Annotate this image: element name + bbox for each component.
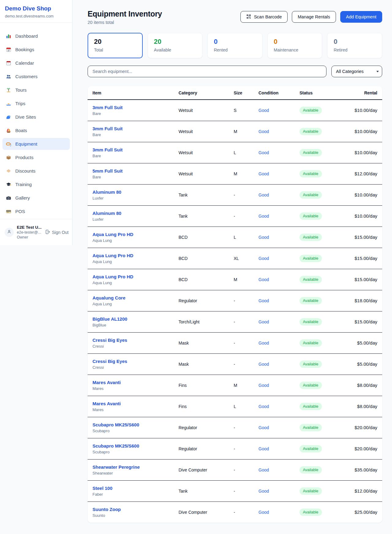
item-name-link[interactable]: Cressi Big Eyes	[92, 359, 179, 364]
condition-link[interactable]: Good	[258, 319, 269, 324]
sidebar-item-dashboard[interactable]: Dashboard	[2, 30, 70, 42]
item-name-link[interactable]: 5mm Full Suit	[92, 168, 179, 174]
item-name-link[interactable]: Shearwater Peregrine	[92, 464, 179, 470]
item-name-link[interactable]: Scubapro MK25/S600	[92, 443, 179, 448]
condition-link[interactable]: Good	[258, 171, 269, 176]
sidebar-item-discounts[interactable]: Discounts	[2, 165, 70, 177]
manage-rentals-button[interactable]: Manage Rentals	[292, 11, 336, 23]
sidebar-item-bookings[interactable]: 17 Bookings	[2, 44, 70, 55]
status-badge: Available	[300, 339, 322, 347]
sidebar-item-equipment[interactable]: Equipment	[2, 138, 70, 150]
rental-cell: $12.00/day	[345, 163, 382, 184]
stat-card-total[interactable]: 20 Total	[88, 33, 143, 58]
item-name-link[interactable]: BigBlue AL1200	[92, 316, 179, 322]
main-content: Equipment Inventory 20 items total Scan …	[73, 0, 392, 523]
sidebar-item-gallery[interactable]: Gallery	[2, 192, 70, 204]
avatar	[5, 228, 14, 237]
sidebar-item-products[interactable]: Products	[2, 151, 70, 163]
sidebar-item-label: Dashboard	[15, 33, 38, 39]
sidebar-item-label: Equipment	[15, 141, 37, 147]
search-input[interactable]	[88, 66, 326, 77]
user-email: e2e-tester@...	[17, 230, 42, 235]
sidebar-item-label: Dive Sites	[15, 114, 36, 120]
sidebar-item-training[interactable]: Training	[2, 178, 70, 190]
add-equipment-button[interactable]: Add Equipment	[340, 11, 382, 23]
item-name-link[interactable]: Cressi Big Eyes	[92, 338, 179, 343]
stat-card-available[interactable]: 20 Available	[148, 33, 203, 58]
rental-cell: $18.00/day	[345, 290, 382, 311]
item-name-link[interactable]: Mares Avanti	[92, 401, 179, 406]
size-cell: -	[234, 438, 258, 459]
condition-link[interactable]: Good	[258, 277, 269, 282]
status-badge: Available	[300, 149, 322, 156]
condition-link[interactable]: Good	[258, 362, 269, 367]
item-name-link[interactable]: 3mm Full Suit	[92, 147, 179, 152]
condition-link[interactable]: Good	[258, 489, 269, 494]
sidebar-nav: Dashboard 17 Bookings Calendar Customers…	[0, 23, 72, 219]
condition-link[interactable]: Good	[258, 193, 269, 197]
item-name-link[interactable]: Aluminum 80	[92, 211, 179, 216]
status-badge: Available	[300, 424, 322, 431]
condition-link[interactable]: Good	[258, 510, 269, 515]
rental-cell: $5.00/day	[345, 332, 382, 353]
status-badge: Available	[300, 170, 322, 177]
tag-icon	[6, 168, 12, 174]
status-badge: Available	[300, 212, 322, 220]
sign-out-button[interactable]: Sign Out	[45, 229, 69, 235]
condition-link[interactable]: Good	[258, 214, 269, 219]
category-cell: Tank	[179, 184, 234, 205]
item-name-link[interactable]: Aluminum 80	[92, 189, 179, 195]
item-name-link[interactable]: Suunto Zoop	[92, 507, 179, 512]
scan-barcode-label: Scan Barcode	[254, 14, 282, 19]
rental-cell: $15.00/day	[345, 248, 382, 269]
stat-card-rented[interactable]: 0 Rented	[207, 33, 262, 58]
qr-code-icon	[246, 14, 251, 20]
stat-card-retired[interactable]: 0 Retired	[327, 33, 382, 58]
category-select[interactable]: All Categories	[331, 66, 382, 77]
condition-link[interactable]: Good	[258, 129, 269, 134]
rental-cell: $10.00/day	[345, 100, 382, 121]
condition-link[interactable]: Good	[258, 341, 269, 345]
condition-link[interactable]: Good	[258, 425, 269, 430]
sidebar-item-label: Calendar	[15, 60, 34, 66]
category-cell: Mask	[179, 332, 234, 353]
sidebar-item-boats[interactable]: Boats	[2, 124, 70, 136]
item-name-link[interactable]: 3mm Full Suit	[92, 105, 179, 110]
condition-link[interactable]: Good	[258, 150, 269, 155]
item-name-link[interactable]: Scubapro MK25/S600	[92, 422, 179, 427]
sidebar-item-dive-sites[interactable]: Dive Sites	[2, 111, 70, 123]
condition-link[interactable]: Good	[258, 446, 269, 451]
sidebar-item-trips[interactable]: Trips	[2, 97, 70, 109]
item-name-link[interactable]: Aqua Lung Pro HD	[92, 274, 179, 279]
condition-link[interactable]: Good	[258, 383, 269, 388]
table-row: Scubapro MK25/S600 Scubapro Regulator - …	[88, 417, 382, 438]
sidebar-item-pos[interactable]: POS	[2, 205, 70, 217]
rental-cell: $15.00/day	[345, 311, 382, 332]
brand-name[interactable]: Demo Dive Shop	[5, 5, 67, 12]
scan-barcode-button[interactable]: Scan Barcode	[240, 11, 288, 23]
bookings-calendar-icon: 17	[6, 47, 12, 52]
sidebar-item-tours[interactable]: Tours	[2, 84, 70, 96]
status-badge: Available	[300, 107, 322, 114]
item-name-link[interactable]: Aqualung Core	[92, 295, 179, 300]
table-row: Aqua Lung Pro HD Aqua Lung BCD L Good Av…	[88, 227, 382, 248]
condition-link[interactable]: Good	[258, 298, 269, 303]
item-name-link[interactable]: Mares Avanti	[92, 380, 179, 385]
rental-cell: $10.00/day	[345, 205, 382, 227]
sidebar-item-label: Training	[15, 182, 32, 187]
condition-link[interactable]: Good	[258, 256, 269, 261]
user-section: E2E Test U... e2e-tester@... Owner Sign …	[0, 219, 72, 245]
item-name-link[interactable]: 3mm Full Suit	[92, 126, 179, 131]
sidebar-item-customers[interactable]: Customers	[2, 71, 70, 82]
item-name-link[interactable]: Steel 100	[92, 486, 179, 491]
table-row: Aqua Lung Pro HD Aqua Lung BCD XL Good A…	[88, 248, 382, 269]
condition-link[interactable]: Good	[258, 235, 269, 240]
category-cell: Torch/Light	[179, 311, 234, 332]
stat-card-maintenance[interactable]: 0 Maintenance	[267, 33, 322, 58]
condition-link[interactable]: Good	[258, 108, 269, 113]
condition-link[interactable]: Good	[258, 467, 269, 472]
condition-link[interactable]: Good	[258, 404, 269, 409]
item-name-link[interactable]: Aqua Lung Pro HD	[92, 232, 179, 237]
item-name-link[interactable]: Aqua Lung Pro HD	[92, 253, 179, 258]
sidebar-item-calendar[interactable]: Calendar	[2, 57, 70, 69]
